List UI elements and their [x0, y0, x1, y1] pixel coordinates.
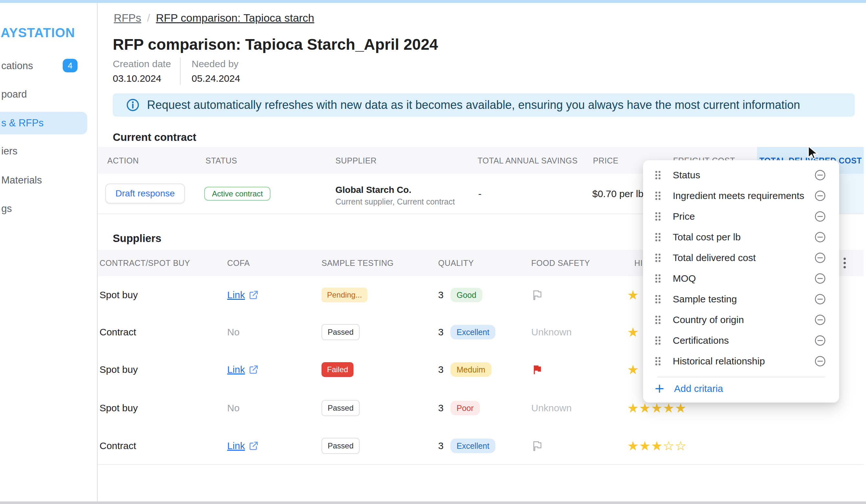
drag-handle-icon[interactable] — [655, 294, 661, 304]
current-contract-heading: Current contract — [113, 131, 197, 144]
food-safety-cell — [531, 289, 544, 301]
food-safety-cell: Unknown — [531, 327, 571, 338]
criteria-item-sample-testing[interactable]: Sample testing — [643, 289, 839, 310]
quality-number: 3 — [438, 364, 444, 375]
quality-badge: Meduim — [451, 362, 491, 377]
drag-handle-icon[interactable] — [655, 191, 661, 201]
drag-handle-icon[interactable] — [655, 274, 661, 283]
remove-criteria-icon[interactable] — [814, 231, 826, 243]
contract-type: Contract — [100, 327, 136, 338]
sidebar-item-label: gs — [1, 203, 12, 214]
external-link-icon[interactable] — [248, 440, 259, 451]
criteria-item-total-delivered-cost[interactable]: Total delivered cost — [643, 247, 839, 268]
creation-date-value: 03.10.2024 — [113, 73, 161, 84]
criteria-item-certifications[interactable]: Certifications — [643, 330, 839, 351]
sidebar-item-label: iers — [1, 145, 18, 157]
sidebar-item-materials[interactable]: Materials — [0, 169, 42, 192]
page-title: RFP comparison: Tapioca Starch_April 202… — [113, 35, 438, 53]
external-link-icon[interactable] — [248, 364, 259, 375]
quality-badge: Good — [451, 288, 482, 302]
flag-outline-icon — [531, 440, 544, 452]
drag-handle-icon[interactable] — [655, 336, 661, 345]
col-cofa: COFA — [227, 258, 250, 268]
food-safety-unknown: Unknown — [531, 403, 571, 413]
sidebar-item-notifications[interactable]: cations — [0, 55, 33, 77]
food-safety-cell — [531, 363, 544, 376]
info-banner: Request automatically refreshes with new… — [113, 93, 855, 116]
sidebar-item-rfps[interactable]: s & RFPs — [0, 112, 44, 134]
history-star-rating: ★ — [627, 325, 639, 339]
cofa-link[interactable]: Link — [227, 440, 245, 451]
sample-testing-badge: Passed — [322, 324, 360, 340]
draft-response-button[interactable]: Draft response — [106, 183, 185, 203]
sidebar-item-settings[interactable]: gs — [0, 198, 12, 220]
total-annual-savings-value: - — [478, 188, 481, 199]
sample-testing-badge: Passed — [322, 438, 360, 454]
col-food-safety: FOOD SAFETY — [531, 258, 590, 268]
sidebar-item-suppliers[interactable]: iers — [0, 140, 18, 163]
history-star-rating: ★★★☆☆ — [627, 438, 687, 453]
remove-criteria-icon[interactable] — [814, 293, 826, 305]
breadcrumb-rfps-link[interactable]: RFPs — [114, 12, 141, 24]
criteria-item-total-cost-per-lb[interactable]: Total cost per lb — [643, 227, 839, 247]
window-top-strip — [0, 0, 866, 3]
sidebar-item-dashboard[interactable]: poard — [0, 83, 27, 106]
flag-outline-icon — [531, 289, 544, 301]
contract-type: Spot buy — [100, 403, 138, 414]
remove-criteria-icon[interactable] — [814, 252, 826, 264]
criteria-item-moq[interactable]: MOQ — [643, 268, 839, 289]
app-logo: AYSTATION — [1, 25, 75, 40]
remove-criteria-icon[interactable] — [814, 314, 826, 326]
plus-icon — [655, 384, 664, 393]
cofa-cell: No — [227, 403, 240, 414]
rfp-comparison-page: AYSTATION cations 4 poard s & RFPs iers … — [0, 0, 866, 504]
remove-criteria-icon[interactable] — [814, 334, 826, 347]
info-banner-text: Request automatically refreshes with new… — [147, 98, 800, 112]
remove-criteria-icon[interactable] — [814, 169, 826, 181]
price-value: $0.70 per lb — [592, 188, 643, 199]
drag-handle-icon[interactable] — [655, 315, 661, 325]
food-safety-unknown: Unknown — [531, 327, 571, 337]
quality-number: 3 — [438, 440, 444, 451]
drag-handle-icon[interactable] — [655, 212, 661, 221]
col-status: STATUS — [206, 156, 237, 165]
table-row: Contract Link Passed 3 Excellent ★★★☆☆ — [98, 427, 864, 465]
cofa-link[interactable]: Link — [227, 290, 245, 301]
window-bottom-strip — [0, 501, 866, 504]
remove-criteria-icon[interactable] — [814, 190, 826, 202]
col-price: PRICE — [593, 156, 619, 165]
sample-testing-badge: Pending... — [322, 288, 367, 302]
column-options-kebab-icon[interactable] — [843, 257, 847, 269]
sample-testing-badge: Failed — [322, 362, 354, 377]
column-criteria-menu: Status Ingredient meets requirements Pri… — [643, 160, 839, 403]
cofa-link[interactable]: Link — [227, 364, 245, 375]
breadcrumb-current-link[interactable]: RFP comparison: Tapioca starch — [156, 12, 314, 24]
breadcrumb-separator: / — [147, 12, 150, 24]
mouse-cursor — [807, 145, 820, 160]
remove-criteria-icon[interactable] — [814, 355, 826, 367]
col-total-annual-savings: TOTAL ANNUAL SAVINGS — [478, 156, 578, 165]
criteria-item-status[interactable]: Status — [643, 165, 839, 186]
external-link-icon[interactable] — [248, 290, 259, 301]
criteria-item-price[interactable]: Price — [643, 206, 839, 227]
drag-handle-icon[interactable] — [655, 232, 661, 242]
drag-handle-icon[interactable] — [655, 170, 661, 180]
creation-date-label: Creation date — [113, 58, 171, 69]
quality-number: 3 — [438, 290, 444, 301]
sidebar: AYSTATION cations 4 poard s & RFPs iers … — [0, 3, 98, 501]
drag-handle-icon[interactable] — [655, 356, 661, 366]
drag-handle-icon[interactable] — [655, 253, 661, 263]
criteria-item-country-of-origin[interactable]: Country of origin — [643, 310, 839, 330]
date-divider — [180, 57, 181, 85]
remove-criteria-icon[interactable] — [814, 272, 826, 284]
suppliers-heading: Suppliers — [113, 232, 161, 245]
criteria-item-historical-relationship[interactable]: Historical relationship — [643, 351, 839, 371]
quality-number: 3 — [438, 403, 444, 414]
supplier-subtitle: Current supplier, Current contract — [335, 197, 455, 206]
criteria-item-ingredient-meets-requirements[interactable]: Ingredient meets requirements — [643, 186, 839, 206]
cofa-cell: No — [227, 327, 240, 338]
quality-badge: Excellent — [451, 325, 495, 339]
supplier-name: Global Starch Co. — [335, 185, 411, 195]
remove-criteria-icon[interactable] — [814, 210, 826, 223]
add-criteria-button[interactable]: Add critaria — [643, 377, 839, 400]
